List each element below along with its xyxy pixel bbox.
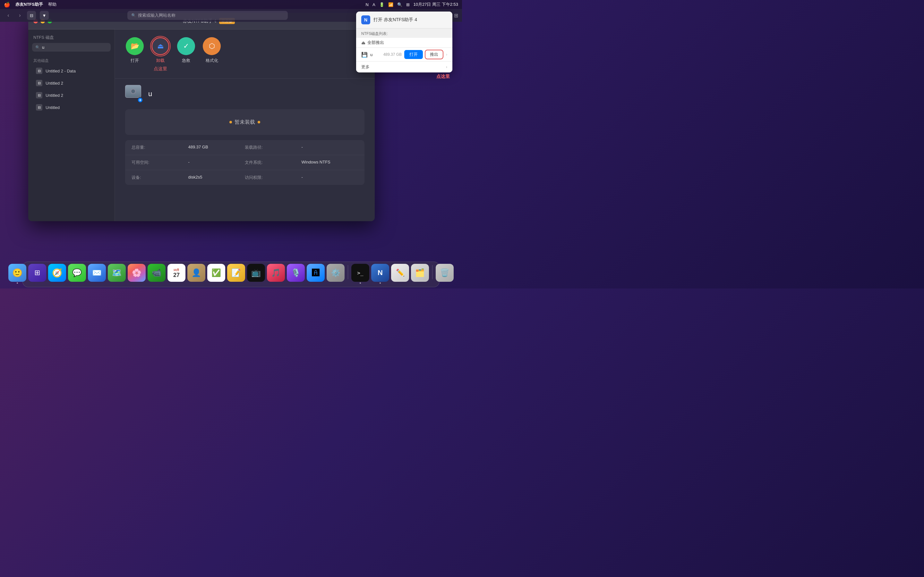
sidebar-item-untitled[interactable]: ⊟ Untitled — [31, 102, 112, 113]
dock-ntfs[interactable]: N — [371, 264, 389, 282]
open-action[interactable]: 📂 打开 — [125, 37, 144, 72]
finder-dot — [17, 282, 18, 284]
search-box[interactable]: 🔍 u — [32, 43, 111, 52]
dock-calendar[interactable]: 10月 27 — [168, 264, 186, 282]
appletv-icon: 📺 — [251, 268, 261, 277]
dock-terminal[interactable]: >_ — [351, 264, 369, 282]
a-status-icon[interactable]: A — [373, 2, 375, 7]
popup-disk-row[interactable]: 💾 u 489.37 GB 打开 推出 › — [356, 47, 452, 61]
ntfs-status-icon[interactable]: N — [365, 2, 368, 7]
device-value: disk2s5 — [188, 175, 245, 181]
terminal-dot — [360, 282, 361, 284]
disk-info-area: + u 暂未装载 总容量: 489.37 GB — [115, 79, 375, 221]
dock-finder[interactable]: 🙂 — [8, 264, 26, 282]
sidebar-label-3: Untitled 2 — [45, 93, 63, 98]
dock-trash[interactable]: 🗑️ — [436, 264, 454, 282]
photos-icon: 🌸 — [132, 268, 142, 277]
dock-safari[interactable]: 🧭 — [48, 264, 66, 282]
sidebar-item-untitled2-a[interactable]: ⊟ Untitled 2 — [31, 77, 112, 89]
dock-launchpad[interactable]: ⊞ — [28, 264, 46, 282]
back-button[interactable]: ‹ — [4, 11, 13, 20]
status-text-row: 暂未装载 — [229, 119, 260, 126]
search-menubar-icon[interactable]: 🔍 — [397, 2, 402, 7]
menubar-right: N A 🔋 📶 🔍 ⊞ 10月27日 周三 下午2:53 — [365, 2, 458, 7]
dock-reminders[interactable]: ✅ — [207, 264, 225, 282]
popup-more-chevron: › — [446, 65, 447, 69]
dock-music[interactable]: 🎵 — [267, 264, 285, 282]
dock-preview[interactable]: 🗂️ — [411, 264, 429, 282]
popup-app-icon: N — [361, 15, 370, 24]
wifi-icon: 📶 — [388, 2, 393, 7]
popup-open-button[interactable]: 打开 — [404, 50, 423, 59]
main-content: 📂 打开 ⏏ 卸载 点这里 ✓ 急救 — [115, 29, 375, 221]
dock-podcasts[interactable]: 🎙️ — [287, 264, 305, 282]
format-action[interactable]: ⬡ 格式化 — [202, 37, 221, 72]
disk-icon-4: ⊟ — [36, 104, 42, 111]
dock-separator-2 — [432, 265, 433, 279]
dock-contacts[interactable]: 👤 — [187, 264, 205, 282]
dock-appletv[interactable]: 📺 — [247, 264, 265, 282]
status-card: 暂未装载 — [125, 109, 365, 135]
mount-path-value: - — [302, 145, 359, 150]
finder-icon: 🙂 — [12, 268, 23, 278]
sidebar-item-untitled2-b[interactable]: ⊟ Untitled 2 — [31, 89, 112, 101]
format-icon: ⬡ — [209, 42, 215, 50]
filesystem-value: Windows NTFS — [302, 160, 359, 165]
search-box-icon: 🔍 — [35, 45, 40, 50]
notes-icon: 📝 — [231, 268, 241, 277]
dock-appstore[interactable]: 🅰 — [307, 264, 325, 282]
facetime-icon: 📹 — [152, 268, 162, 277]
rescue-icon: ✓ — [183, 42, 189, 50]
menubar: 🍎 赤友NTFS助手 帮助 N A 🔋 📶 🔍 ⊞ 10月27日 周三 下午2:… — [0, 0, 462, 9]
forward-button[interactable]: › — [15, 11, 24, 20]
mount-path-label: 装载路径: — [245, 145, 302, 150]
clock: 10月27日 周三 下午2:53 — [414, 2, 458, 7]
sidebar-item-untitled2-data[interactable]: ⊟ Untitled 2 - Data — [31, 65, 112, 77]
popup-more-row[interactable]: 更多 › — [356, 61, 452, 73]
access-value: - — [302, 175, 359, 181]
menubar-left: 🍎 赤友NTFS助手 帮助 — [4, 2, 57, 8]
app-window: 赤友NTFS助手 4 终身版 ⚙ NTFS 磁盘 🔍 u 其他磁盘 ⊟ Unti… — [28, 13, 375, 221]
open-label: 打开 — [131, 58, 139, 63]
popup-eject-button[interactable]: 推出 — [425, 50, 443, 59]
battery-icon: 🔋 — [379, 2, 384, 7]
search-input[interactable]: u — [42, 45, 44, 50]
search-icon: 🔍 — [131, 13, 136, 18]
eject-all-row[interactable]: ⏏ 全部推出 — [356, 38, 452, 47]
rescue-label: 急救 — [182, 58, 190, 63]
dock-photos[interactable]: 🌸 — [128, 264, 145, 282]
ntfs-dot — [380, 282, 381, 284]
dock-notes[interactable]: 📝 — [227, 264, 245, 282]
avail-space-label: 可用空间: — [132, 160, 188, 165]
control-center-icon[interactable]: ⊞ — [406, 2, 410, 7]
dock-syspreferences[interactable]: ⚙️ — [326, 264, 344, 282]
safari-icon: 🧭 — [52, 268, 62, 278]
open-icon: 📂 — [131, 42, 139, 50]
help-menu[interactable]: 帮助 — [48, 2, 57, 7]
popup-disk-size: 489.37 GB — [383, 52, 402, 57]
actions-row: 📂 打开 ⏏ 卸载 点这里 ✓ 急救 — [115, 29, 375, 79]
filesystem-label: 文件系统: — [245, 160, 302, 165]
sidebar-label-4: Untitled — [45, 105, 60, 110]
dock-mail[interactable]: ✉️ — [88, 264, 106, 282]
dock-messages[interactable]: 💬 — [68, 264, 86, 282]
dock-facetime[interactable]: 📹 — [148, 264, 166, 282]
unmount-action[interactable]: ⏏ 卸载 点这里 — [151, 37, 170, 72]
view-toggle[interactable]: ▼ — [40, 11, 49, 20]
dock: 🙂 ⊞ 🧭 💬 ✉️ 🗺️ 🌸 📹 10月 27 — [0, 259, 462, 288]
grid-icon[interactable]: ⊞ — [454, 13, 458, 19]
ntfs-popup: N 打开 赤友NTFS助手 4 NTFS磁盘列表: ⏏ 全部推出 💾 u 489… — [356, 11, 452, 73]
ntfs-section-title: NTFS 磁盘 — [28, 29, 115, 43]
syspreferences-icon: ⚙️ — [331, 268, 341, 277]
app-name-menu[interactable]: 赤友NTFS助手 — [15, 2, 43, 7]
apple-menu[interactable]: 🍎 — [4, 2, 10, 8]
popup-section-label: NTFS磁盘列表: — [356, 29, 452, 38]
editor-icon: ✏️ — [396, 269, 405, 277]
dock-maps[interactable]: 🗺️ — [108, 264, 126, 282]
popup-disk-chevron: › — [446, 52, 447, 57]
address-bar[interactable]: 🔍 搜索或输入网站名称 — [128, 11, 288, 20]
sidebar-toggle[interactable]: ⊟ — [27, 11, 36, 20]
ntfs-dock-icon: N — [378, 269, 383, 277]
rescue-action[interactable]: ✓ 急救 — [176, 37, 196, 72]
dock-editor[interactable]: ✏️ — [391, 264, 409, 282]
